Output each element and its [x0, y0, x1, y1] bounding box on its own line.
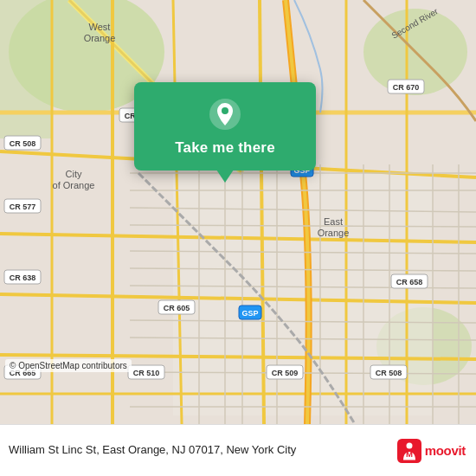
svg-text:CR 509: CR 509	[272, 369, 299, 377]
svg-text:Orange: Orange	[318, 228, 350, 238]
svg-text:CR 658: CR 658	[396, 278, 423, 286]
moovit-label: moovit	[425, 443, 466, 458]
svg-text:CR 508: CR 508	[10, 139, 36, 148]
moovit-icon: M	[397, 439, 421, 463]
map-container: Second River CR 659 CR 508	[0, 0, 476, 424]
moovit-logo: M moovit	[397, 439, 466, 463]
svg-text:Orange: Orange	[84, 33, 116, 43]
location-pin-icon	[209, 98, 241, 131]
svg-text:CR 508: CR 508	[376, 369, 402, 377]
svg-text:of Orange: of Orange	[53, 180, 95, 190]
svg-text:GSP: GSP	[241, 309, 258, 318]
bottom-bar: William St Linc St, East Orange, NJ 0701…	[0, 424, 476, 476]
svg-text:East: East	[324, 216, 343, 227]
svg-text:West: West	[89, 22, 111, 32]
svg-text:CR 577: CR 577	[10, 203, 36, 211]
address-text: William St Linc St, East Orange, NJ 0701…	[9, 442, 389, 458]
svg-text:CR 638: CR 638	[10, 273, 36, 282]
svg-text:CR 510: CR 510	[133, 369, 160, 377]
svg-text:CR 605: CR 605	[164, 304, 190, 312]
svg-text:CR 670: CR 670	[393, 83, 420, 92]
svg-point-74	[222, 107, 228, 114]
svg-text:M: M	[406, 449, 413, 459]
svg-point-76	[406, 442, 412, 448]
take-me-there-button[interactable]: Take me there	[134, 82, 316, 170]
svg-rect-4	[0, 0, 52, 138]
svg-text:City: City	[66, 169, 82, 179]
take-me-there-label: Take me there	[175, 139, 275, 157]
osm-credit: © OpenStreetMap contributors	[5, 359, 132, 372]
